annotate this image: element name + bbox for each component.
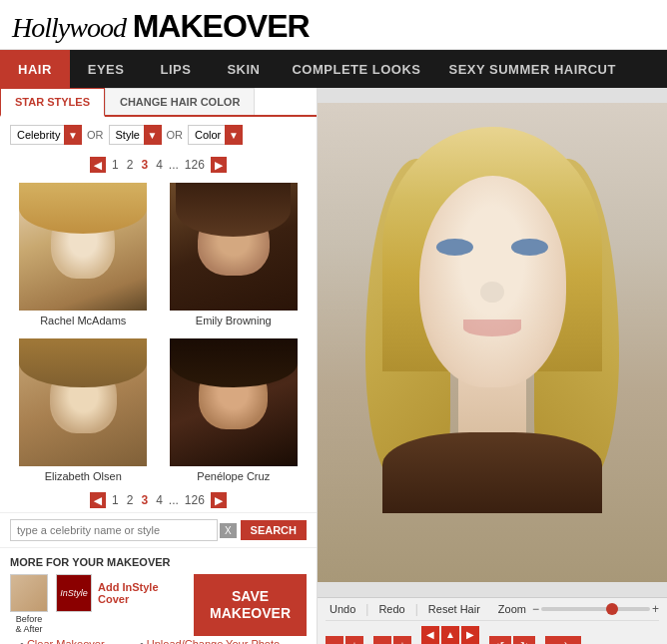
celebrity-item-elizabeth[interactable]: Elizabeth Olsen [8, 332, 159, 488]
app-title: Hollywood MAKEOVER [12, 8, 655, 45]
main-nav: HAIR EYES LIPS SKIN COMPLETE LOOKS SEXY … [0, 50, 667, 88]
page-ellipsis: ... [169, 158, 179, 172]
tab-change-hair-color[interactable]: CHANGE HAIR COLOR [105, 88, 255, 115]
width-group: − + WIDTH [373, 636, 411, 644]
left-eye [436, 239, 473, 256]
before-after-label: Before& After [15, 614, 42, 634]
move-left-btn[interactable]: ◀ [421, 626, 439, 644]
add-instyle-text: Add InStyle Cover [98, 581, 159, 605]
nose [480, 282, 504, 303]
height-minus-btn[interactable]: − [326, 636, 343, 644]
add-label: Add InStyle [98, 581, 159, 593]
zoom-thumb[interactable] [606, 603, 618, 615]
prev-page-btn[interactable]: ◀ [90, 157, 106, 173]
celebrity-image-penelope [170, 338, 298, 466]
celebrity-image-emily [170, 183, 298, 311]
instyle-cover-image: InStyle [56, 574, 92, 612]
rotate-group: ↺ ↻ ROTATE [489, 636, 535, 644]
nav-lips[interactable]: LIPS [142, 50, 209, 88]
search-input[interactable] [10, 519, 218, 541]
page-2-bot[interactable]: 2 [125, 493, 136, 507]
search-clear-btn[interactable]: X [220, 523, 237, 538]
more-title: MORE FOR YOUR MAKEOVER [10, 556, 307, 568]
page-4[interactable]: 4 [154, 158, 165, 172]
instyle-row: InStyle Add InStyle Cover [56, 574, 159, 612]
ctrl-sep-1: | [365, 602, 368, 616]
reset-hair-btn[interactable]: Reset Hair [424, 603, 484, 615]
ctrl-sep-2: | [415, 602, 418, 616]
flip-btn[interactable]: ⇄ [545, 636, 581, 644]
zoom-bar[interactable]: − + [532, 602, 659, 616]
search-submit-btn[interactable]: SEARCH [241, 520, 307, 540]
tab-star-styles[interactable]: STAR STYLES [0, 88, 105, 117]
rotate-ccw-btn[interactable]: ↺ [489, 636, 511, 644]
page-1[interactable]: 1 [110, 158, 121, 172]
flip-group: ⇄ FLIP [545, 636, 581, 644]
celebrity-name-elizabeth: Elizabeth Olsen [45, 470, 122, 482]
style-tabs: STAR STYLES CHANGE HAIR COLOR [0, 88, 317, 117]
celebrity-name-penelope: Penélope Cruz [197, 470, 270, 482]
zoom-plus-icon[interactable]: + [652, 602, 659, 616]
move-up-btn[interactable]: ▲ [441, 626, 459, 644]
clear-makeover-link[interactable]: Clear Makeover [20, 638, 120, 644]
more-links: Clear Makeover Unsilhouette Photo Upload… [10, 636, 307, 644]
zoom-minus-icon[interactable]: − [532, 602, 539, 616]
left-panel: STAR STYLES CHANGE HAIR COLOR Celebrity … [0, 88, 318, 644]
controls-panel: Undo | Redo | Reset Hair Zoom − + [318, 597, 667, 644]
main-photo [318, 103, 667, 582]
save-makeover-btn[interactable]: SAVEMAKEOVER [194, 574, 307, 636]
filter-or-2: OR [167, 129, 184, 141]
color-select[interactable]: Color [188, 125, 243, 145]
celebrity-select[interactable]: Celebrity [10, 125, 82, 145]
celebrity-item-penelope[interactable]: Penélope Cruz [159, 332, 310, 488]
celebrity-image-elizabeth [19, 338, 147, 466]
nav-sexy-haircut[interactable]: SEXY SUMMER HAIRCUT [435, 50, 630, 88]
before-after-image [10, 574, 48, 612]
color-select-wrap: Color ▼ [188, 125, 243, 145]
height-btns: − + [326, 636, 363, 644]
search-row: X SEARCH [0, 512, 317, 547]
celebrity-item-emily[interactable]: Emily Browning [159, 177, 310, 332]
height-plus-btn[interactable]: + [345, 636, 363, 644]
rotate-cw-btn[interactable]: ↻ [513, 636, 535, 644]
controls-top: Undo | Redo | Reset Hair Zoom − + [326, 602, 659, 621]
main-content: STAR STYLES CHANGE HAIR COLOR Celebrity … [0, 88, 667, 644]
page-126[interactable]: 126 [183, 158, 207, 172]
flip-btns: ⇄ [545, 636, 581, 644]
before-after-box: Before& After [10, 574, 48, 634]
celebrity-item-rachel[interactable]: Rachel McAdams [8, 177, 159, 332]
more-links-col2: Upload/Change Your Photo See Saved Makeo… [140, 638, 280, 644]
celebrity-select-wrap: Celebrity ▼ [10, 125, 82, 145]
width-btns: − + [373, 636, 411, 644]
nav-complete-looks[interactable]: COMPLETE LOOKS [278, 50, 434, 88]
zoom-track[interactable] [541, 607, 650, 611]
width-plus-btn[interactable]: + [393, 636, 411, 644]
page-4-bot[interactable]: 4 [154, 493, 165, 507]
page-1-bot[interactable]: 1 [110, 493, 121, 507]
page-126-bot[interactable]: 126 [183, 493, 207, 507]
move-right-btn[interactable]: ▶ [461, 626, 479, 644]
nav-hair[interactable]: HAIR [0, 50, 70, 88]
nav-skin[interactable]: SKIN [209, 50, 278, 88]
undo-btn[interactable]: Undo [326, 603, 359, 615]
move-hair-group: ◀ ▲ ▶ ▼ MOVE HAIR [421, 626, 479, 644]
more-section: MORE FOR YOUR MAKEOVER Before& After InS… [0, 547, 317, 644]
header: Hollywood MAKEOVER [0, 0, 667, 50]
page-2[interactable]: 2 [125, 158, 136, 172]
celebrity-grid: Rachel McAdams Emily Browning Elizabeth … [0, 177, 317, 488]
width-minus-btn[interactable]: − [373, 636, 391, 644]
prev-page-btn-bottom[interactable]: ◀ [90, 492, 106, 508]
redo-btn[interactable]: Redo [374, 603, 408, 615]
nav-eyes[interactable]: EYES [70, 50, 143, 88]
more-row: Before& After InStyle Add InStyle Cover … [10, 574, 307, 636]
title-makeover: MAKEOVER [133, 8, 310, 44]
page-3-bot-active[interactable]: 3 [139, 493, 150, 507]
rotate-btns: ↺ ↻ [489, 636, 535, 644]
page-3-active[interactable]: 3 [139, 158, 150, 172]
upload-photo-link[interactable]: Upload/Change Your Photo [140, 638, 280, 644]
next-page-btn[interactable]: ▶ [211, 157, 227, 173]
mouth [463, 320, 522, 336]
next-page-btn-bottom[interactable]: ▶ [211, 492, 227, 508]
style-select[interactable]: Style [109, 125, 162, 145]
page-ellipsis-bot: ... [169, 493, 179, 507]
